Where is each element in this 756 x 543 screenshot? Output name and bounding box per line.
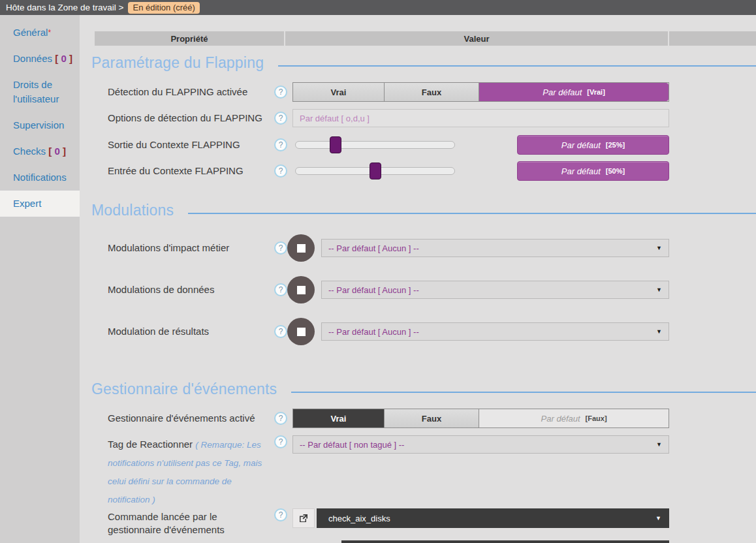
- modulation-impact-select[interactable]: -- Par défaut [ Aucun ] -- ▼: [321, 239, 669, 257]
- help-icon[interactable]: ?: [274, 283, 287, 296]
- section-title-modulations: Modulations: [91, 202, 756, 219]
- low-threshold-default-button[interactable]: Par défaut [25%]: [517, 135, 669, 155]
- help-icon[interactable]: ?: [274, 112, 287, 125]
- low-threshold-slider[interactable]: [295, 141, 455, 149]
- field-label: Options de détection du FLAPPING: [91, 112, 269, 125]
- field-label: Tag de Reactionner ( Remarque: Les notif…: [91, 435, 269, 508]
- field-label: Détection du FLAPPING activée: [91, 85, 269, 99]
- field-label: Modulation de résultats: [91, 325, 269, 338]
- sidebar-item-supervision[interactable]: Supervision: [0, 112, 80, 138]
- app-root: Hôte dans la Zone de travail > En éditio…: [0, 0, 756, 543]
- donnees-count: 0: [61, 53, 66, 64]
- sidebar-item-general[interactable]: Général*: [0, 20, 80, 46]
- sidebar-item-notifications[interactable]: Notifications: [0, 164, 80, 191]
- row-command-args: Args: [91, 540, 756, 543]
- chevron-down-icon: ▼: [656, 441, 662, 448]
- slider-handle[interactable]: [330, 136, 341, 153]
- event-handler-toggle: Vrai Faux Par défaut [Faux]: [292, 409, 669, 428]
- toggle-option-default[interactable]: Par défaut [Vrai]: [479, 83, 669, 101]
- row-event-handler-command: Commande lancée par le gestionnaire d'év…: [91, 508, 756, 536]
- sidebar-item-expert[interactable]: Expert: [0, 191, 80, 217]
- row-event-handler-enabled: Gestionnaire d'événements activé ? Vrai …: [91, 409, 756, 428]
- row-flapping-detection: Détection du FLAPPING activée ? Vrai Fau…: [91, 82, 756, 102]
- toggle-option-true[interactable]: Vrai: [293, 409, 385, 427]
- row-flapping-options: Options de détection du FLAPPING ?: [91, 109, 756, 127]
- stop-button[interactable]: [287, 276, 315, 303]
- field-label: Commande lancée par le gestionnaire d'év…: [91, 508, 269, 536]
- sidebar-item-donnees[interactable]: Données [ 0 ]: [0, 46, 80, 72]
- sidebar-item-checks[interactable]: Checks [ 0 ]: [0, 138, 80, 164]
- help-icon[interactable]: ?: [274, 138, 287, 151]
- slider-handle[interactable]: [370, 163, 381, 179]
- checks-count: 0: [54, 146, 59, 157]
- section-rule: [291, 392, 756, 393]
- row-modulation-donnees: Modulations de données ? -- Par défaut […: [91, 276, 756, 303]
- sidebar-item-droits[interactable]: Droits de l'utilisateur: [0, 72, 80, 112]
- field-label: Modulations d'impact métier: [91, 241, 269, 255]
- help-icon[interactable]: ?: [274, 85, 287, 99]
- row-reactionner-tag: Tag de Reactionner ( Remarque: Les notif…: [91, 435, 756, 508]
- sidebar-nav: Général* Données [ 0 ] Droits de l'utili…: [0, 15, 80, 217]
- chevron-down-icon: ▼: [655, 515, 661, 521]
- external-link-icon: [299, 514, 308, 523]
- open-command-button[interactable]: [292, 508, 315, 528]
- help-icon[interactable]: ?: [274, 325, 287, 338]
- column-header-empty: [669, 31, 756, 46]
- main-content: Propriété Valeur Paramétrage du Flapping…: [91, 15, 756, 543]
- chevron-down-icon: ▼: [656, 287, 662, 293]
- breadcrumb-bar: Hôte dans la Zone de travail > En éditio…: [0, 0, 756, 15]
- row-modulation-impact: Modulations d'impact métier ? -- Par déf…: [91, 234, 756, 262]
- args-input[interactable]: [341, 540, 669, 543]
- help-icon[interactable]: ?: [274, 412, 287, 425]
- field-label: Modulations de données: [91, 283, 269, 296]
- section-rule: [188, 213, 756, 214]
- reactionner-tag-select[interactable]: -- Par défaut [ non tagué ] -- ▼: [292, 435, 669, 454]
- field-label: Sortie du Contexte FLAPPING: [91, 138, 269, 151]
- toggle-option-false[interactable]: Faux: [385, 409, 479, 427]
- required-asterisk: *: [48, 28, 51, 37]
- field-label: Entrée du Contexte FLAPPING: [91, 164, 269, 178]
- sidebar: Général* Données [ 0 ] Droits de l'utili…: [0, 15, 80, 543]
- high-threshold-slider[interactable]: [295, 167, 455, 175]
- toggle-option-default[interactable]: Par défaut [Faux]: [479, 409, 669, 427]
- status-badge: En édition (créé): [128, 2, 199, 14]
- help-icon[interactable]: ?: [274, 241, 287, 255]
- section-title-flapping: Paramétrage du Flapping: [91, 54, 756, 72]
- breadcrumb: Hôte dans la Zone de travail >: [6, 3, 123, 12]
- section-title-event-handler: Gestionnaire d'événements: [91, 380, 756, 398]
- column-header-value: Valeur: [285, 31, 668, 46]
- table-header: Propriété Valeur: [95, 31, 756, 46]
- help-icon[interactable]: ?: [274, 435, 287, 448]
- row-modulation-resultats: Modulation de résultats ? -- Par défaut …: [91, 318, 756, 345]
- chevron-down-icon: ▼: [656, 328, 662, 335]
- toggle-option-true[interactable]: Vrai: [293, 83, 385, 101]
- toggle-option-false[interactable]: Faux: [385, 83, 479, 101]
- command-select[interactable]: check_aix_disks ▼: [317, 508, 669, 528]
- stop-button[interactable]: [287, 318, 315, 345]
- stop-button[interactable]: [287, 234, 315, 262]
- high-threshold-default-button[interactable]: Par défaut [50%]: [517, 161, 669, 181]
- column-header-property: Propriété: [95, 31, 284, 46]
- row-flapping-high-threshold: Entrée du Contexte FLAPPING ? Par défaut…: [91, 161, 756, 181]
- help-icon[interactable]: ?: [274, 508, 287, 521]
- help-icon[interactable]: ?: [274, 164, 287, 178]
- stop-icon: [297, 244, 306, 253]
- flapping-detection-toggle: Vrai Faux Par défaut [Vrai]: [292, 82, 669, 102]
- section-rule: [278, 65, 756, 67]
- row-flapping-low-threshold: Sortie du Contexte FLAPPING ? Par défaut…: [91, 135, 756, 155]
- modulation-donnees-select[interactable]: -- Par défaut [ Aucun ] -- ▼: [321, 281, 669, 299]
- stop-icon: [297, 286, 306, 294]
- modulation-resultats-select[interactable]: -- Par défaut [ Aucun ] -- ▼: [321, 322, 669, 341]
- chevron-down-icon: ▼: [656, 245, 662, 251]
- stop-icon: [297, 328, 306, 336]
- field-label: Gestionnaire d'événements activé: [91, 412, 269, 425]
- flapping-options-input[interactable]: [292, 109, 669, 127]
